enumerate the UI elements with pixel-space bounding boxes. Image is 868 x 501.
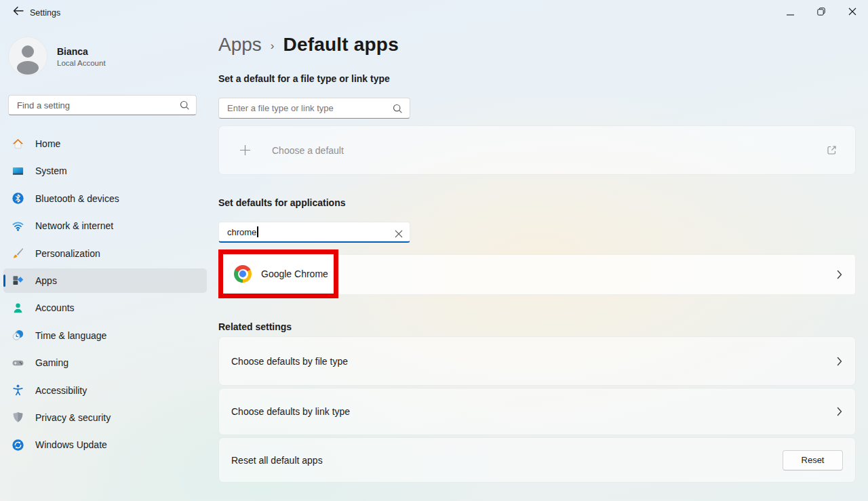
sidebar: Bianca Local Account Home System Bluet (0, 24, 210, 501)
search-icon (393, 104, 403, 117)
window-controls (774, 0, 868, 24)
chevron-right-icon (837, 357, 842, 366)
user-name: Bianca (57, 46, 106, 57)
accounts-icon (11, 301, 24, 315)
sidebar-item-label: Windows Update (35, 439, 107, 450)
sidebar-item-label: Network & internet (35, 220, 113, 231)
external-link-icon (826, 144, 837, 156)
page-title: Default apps (283, 34, 399, 56)
minimize-button[interactable] (774, 0, 806, 24)
main-content: Apps › Default apps Set a default for a … (218, 24, 856, 501)
maximize-button[interactable] (806, 0, 837, 24)
accessibility-icon (11, 384, 24, 397)
back-arrow-icon (13, 6, 24, 18)
settings-search-input[interactable] (9, 96, 196, 115)
file-type-search-box (218, 98, 410, 119)
gaming-icon (11, 356, 24, 369)
choose-default-label: Choose a default (272, 145, 344, 156)
sidebar-item-system[interactable]: System (3, 159, 207, 183)
defaults-by-file-type-row[interactable]: Choose defaults by file type (218, 336, 856, 386)
chevron-right-icon (837, 407, 842, 416)
sidebar-item-windows-update[interactable]: Windows Update (3, 433, 207, 457)
applications-section-heading: Set defaults for applications (218, 197, 345, 208)
personalization-icon (11, 247, 24, 260)
plus-icon (239, 144, 251, 156)
privacy-security-icon (11, 411, 24, 424)
search-icon (180, 100, 190, 113)
avatar (8, 37, 47, 76)
sidebar-item-label: System (35, 165, 67, 176)
breadcrumb-parent[interactable]: Apps (218, 34, 262, 56)
text-caret (257, 226, 258, 237)
chrome-result-label: Google Chrome (261, 268, 328, 279)
sidebar-item-personalization[interactable]: Personalization (3, 241, 207, 266)
breadcrumb-separator-icon: › (271, 39, 275, 53)
sidebar-item-label: Accounts (35, 302, 75, 313)
reset-defaults-row: Reset all default apps Reset (218, 437, 856, 483)
time-language-icon (11, 329, 24, 342)
defaults-by-link-type-row[interactable]: Choose defaults by link type (218, 388, 856, 435)
sidebar-item-accounts[interactable]: Accounts (3, 296, 207, 320)
app-title: Settings (30, 8, 60, 18)
user-account-type: Local Account (57, 59, 106, 67)
red-annotation-box: Google Chrome (218, 249, 338, 298)
bluetooth-icon (11, 192, 24, 205)
apps-icon (11, 274, 24, 287)
network-icon (11, 219, 24, 233)
sidebar-item-label: Apps (35, 275, 57, 286)
sidebar-item-label: Home (35, 138, 60, 149)
back-button[interactable] (5, 2, 31, 22)
user-profile[interactable]: Bianca Local Account (8, 37, 106, 76)
related-settings-heading: Related settings (218, 321, 292, 332)
system-icon (11, 164, 24, 178)
close-icon (848, 6, 856, 18)
breadcrumb: Apps › Default apps (218, 34, 399, 56)
sidebar-item-privacy-security[interactable]: Privacy & security (3, 405, 207, 430)
restore-icon (817, 6, 825, 18)
windows-update-icon (11, 438, 24, 452)
row-label: Choose defaults by link type (231, 406, 350, 417)
sidebar-item-time-language[interactable]: Time & language (3, 323, 207, 348)
choose-default-card[interactable]: Choose a default (218, 125, 856, 175)
reset-row-label: Reset all default apps (231, 455, 323, 466)
close-button[interactable] (837, 0, 868, 24)
sidebar-nav: Home System Bluetooth & devices Network … (3, 132, 207, 457)
sidebar-item-accessibility[interactable]: Accessibility (3, 378, 207, 403)
settings-search-box (8, 95, 197, 115)
reset-button[interactable]: Reset (783, 450, 843, 470)
titlebar: Settings (0, 0, 868, 24)
applications-search-box[interactable]: chrome (218, 222, 410, 243)
minimize-icon (787, 6, 794, 18)
sidebar-item-label: Accessibility (35, 385, 87, 396)
google-chrome-icon (234, 265, 252, 283)
sidebar-item-label: Bluetooth & devices (35, 193, 119, 204)
sidebar-item-label: Personalization (35, 248, 100, 259)
sidebar-item-label: Privacy & security (35, 412, 111, 423)
sidebar-item-network-internet[interactable]: Network & internet (3, 214, 207, 238)
sidebar-item-label: Time & language (35, 330, 106, 341)
file-type-search-input[interactable] (219, 98, 410, 118)
home-icon (11, 137, 24, 151)
clear-icon[interactable] (395, 228, 403, 241)
sidebar-item-apps[interactable]: Apps (3, 268, 207, 293)
sidebar-item-gaming[interactable]: Gaming (3, 350, 207, 375)
chevron-right-icon (837, 270, 842, 279)
row-label: Choose defaults by file type (231, 356, 348, 367)
file-type-section-heading: Set a default for a file type or link ty… (218, 73, 390, 84)
sidebar-item-bluetooth-devices[interactable]: Bluetooth & devices (3, 186, 207, 211)
sidebar-item-label: Gaming (35, 357, 68, 368)
sidebar-item-home[interactable]: Home (3, 132, 207, 156)
applications-search-value: chrome (227, 227, 256, 237)
